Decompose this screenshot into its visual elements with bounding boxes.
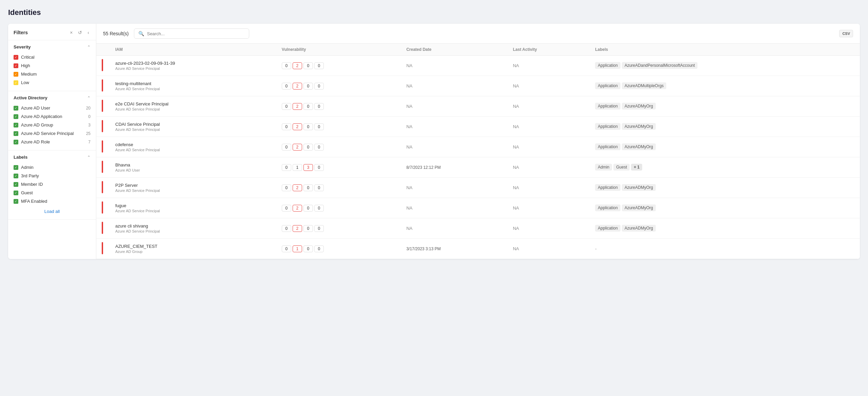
label-tag[interactable]: + 1 <box>631 164 642 171</box>
vuln-badge[interactable]: 0 <box>303 62 313 69</box>
vuln-badge[interactable]: 0 <box>282 83 291 90</box>
table-row[interactable]: azure-cli-2023-02-09-09-31-39 Azure AD S… <box>96 56 860 76</box>
search-input[interactable] <box>147 31 245 36</box>
label-tag[interactable]: Application <box>595 62 620 69</box>
ad-application-filter-item[interactable]: Azure AD Application 0 <box>14 112 91 121</box>
label-memberid-filter-item[interactable]: Member ID <box>14 180 91 189</box>
vuln-badge[interactable]: 0 <box>314 164 324 171</box>
ad-role-checkbox[interactable] <box>14 140 18 144</box>
vuln-badge[interactable]: 2 <box>293 205 302 212</box>
vuln-badge[interactable]: 0 <box>282 205 291 212</box>
label-guest-filter-item[interactable]: Guest <box>14 189 91 197</box>
vuln-badge[interactable]: 3 <box>303 164 313 171</box>
label-tag[interactable]: Application <box>595 82 620 89</box>
label-tag[interactable]: Guest <box>613 164 630 171</box>
active-directory-section-header[interactable]: Active Directory ⌃ <box>14 95 91 100</box>
vuln-badge[interactable]: 0 <box>282 144 291 151</box>
table-row[interactable]: fugue Azure AD Service Principal 0200NAN… <box>96 198 860 218</box>
vuln-badge[interactable]: 0 <box>314 103 324 110</box>
label-tag[interactable]: AzureADMyOrg <box>622 184 656 191</box>
vuln-badge[interactable]: 0 <box>282 184 291 191</box>
label-tag[interactable]: Admin <box>595 164 612 171</box>
ad-group-filter-item[interactable]: Azure AD Group 3 <box>14 121 91 129</box>
label-3rdparty-checkbox[interactable] <box>14 174 18 178</box>
vuln-badge[interactable]: 0 <box>314 205 324 212</box>
vuln-badge[interactable]: 1 <box>293 164 302 171</box>
ad-service-principal-filter-item[interactable]: Azure AD Service Principal 25 <box>14 129 91 138</box>
vuln-badge[interactable]: 0 <box>303 184 313 191</box>
table-row[interactable]: e2e CDAI Service Principal Azure AD Serv… <box>96 96 860 117</box>
high-checkbox[interactable] <box>14 63 18 68</box>
vuln-badge[interactable]: 0 <box>282 245 291 252</box>
low-checkbox[interactable] <box>14 80 18 85</box>
vuln-badge[interactable]: 0 <box>282 123 291 130</box>
label-tag[interactable]: Application <box>595 123 620 130</box>
table-row[interactable]: azure cli shivang Azure AD Service Princ… <box>96 218 860 239</box>
label-3rdparty-filter-item[interactable]: 3rd Party <box>14 172 91 180</box>
vuln-badge[interactable]: 0 <box>314 245 324 252</box>
vuln-badge[interactable]: 2 <box>293 62 302 69</box>
severity-filter-item-low[interactable]: Low <box>14 78 91 87</box>
vuln-badge[interactable]: 1 <box>293 245 302 252</box>
vuln-badge[interactable]: 0 <box>314 184 324 191</box>
label-admin-filter-item[interactable]: Admin <box>14 163 91 172</box>
vuln-badge[interactable]: 2 <box>293 144 302 151</box>
table-row[interactable]: testing-multitenant Azure AD Service Pri… <box>96 76 860 96</box>
vuln-badge[interactable]: 2 <box>293 225 302 232</box>
label-memberid-checkbox[interactable] <box>14 182 18 187</box>
ad-user-filter-item[interactable]: Azure AD User 20 <box>14 104 91 112</box>
refresh-filters-button[interactable]: ↺ <box>77 29 83 36</box>
labels-section-header[interactable]: Labels ⌃ <box>14 155 91 160</box>
label-tag[interactable]: Application <box>595 225 620 232</box>
severity-section-header[interactable]: Severity ⌃ <box>14 44 91 50</box>
label-tag[interactable]: Application <box>595 204 620 211</box>
vuln-badge[interactable]: 0 <box>314 83 324 90</box>
vuln-badge[interactable]: 0 <box>314 144 324 151</box>
vuln-badge[interactable]: 0 <box>314 225 324 232</box>
table-row[interactable]: CDAI Service Principal Azure AD Service … <box>96 117 860 137</box>
table-row[interactable]: AZURE_CIEM_TEST Azure AD Group 01003/17/… <box>96 239 860 259</box>
vuln-badge[interactable]: 2 <box>293 103 302 110</box>
vuln-badge[interactable]: 0 <box>282 62 291 69</box>
load-all-button[interactable]: Load all <box>14 205 91 215</box>
vuln-badge[interactable]: 0 <box>314 62 324 69</box>
label-tag[interactable]: Application <box>595 184 620 191</box>
vuln-badge[interactable]: 0 <box>282 164 291 171</box>
label-tag[interactable]: AzureADandPersonalMicrosoftAccount <box>622 62 697 69</box>
table-row[interactable]: P2P Server Azure AD Service Principal 02… <box>96 178 860 198</box>
label-tag[interactable]: AzureADMyOrg <box>622 143 656 150</box>
vuln-badge[interactable]: 0 <box>303 123 313 130</box>
ad-application-checkbox[interactable] <box>14 114 18 119</box>
collapse-sidebar-button[interactable]: ‹ <box>86 29 91 36</box>
vuln-badge[interactable]: 0 <box>303 245 313 252</box>
vuln-badge[interactable]: 2 <box>293 184 302 191</box>
vuln-badge[interactable]: 0 <box>303 144 313 151</box>
severity-filter-item-medium[interactable]: Medium <box>14 70 91 78</box>
label-tag[interactable]: AzureADMyOrg <box>622 103 656 110</box>
label-mfa-checkbox[interactable] <box>14 199 18 204</box>
critical-checkbox[interactable] <box>14 55 18 60</box>
clear-filters-button[interactable]: × <box>68 29 74 36</box>
ad-role-filter-item[interactable]: Azure AD Role 7 <box>14 138 91 146</box>
vuln-badge[interactable]: 0 <box>303 225 313 232</box>
vuln-badge[interactable]: 0 <box>282 225 291 232</box>
label-tag[interactable]: AzureADMyOrg <box>622 123 656 130</box>
severity-filter-item-high[interactable]: High <box>14 61 91 70</box>
export-csv-button[interactable]: CSV <box>839 30 853 37</box>
label-tag[interactable]: AzureADMyOrg <box>622 225 656 232</box>
vuln-badge[interactable]: 0 <box>303 103 313 110</box>
label-tag[interactable]: Application <box>595 143 620 150</box>
medium-checkbox[interactable] <box>14 72 18 77</box>
vuln-badge[interactable]: 2 <box>293 83 302 90</box>
ad-user-checkbox[interactable] <box>14 106 18 111</box>
table-row[interactable]: Bhavna Azure AD User 01308/7/2023 12:12 … <box>96 157 860 178</box>
vuln-badge[interactable]: 0 <box>282 103 291 110</box>
vuln-badge[interactable]: 2 <box>293 123 302 130</box>
label-guest-checkbox[interactable] <box>14 191 18 195</box>
table-row[interactable]: cdefense Azure AD Service Principal 0200… <box>96 137 860 157</box>
vuln-badge[interactable]: 0 <box>303 83 313 90</box>
vuln-badge[interactable]: 0 <box>303 205 313 212</box>
severity-filter-item-critical[interactable]: Critical <box>14 53 91 61</box>
label-admin-checkbox[interactable] <box>14 165 18 170</box>
ad-group-checkbox[interactable] <box>14 123 18 127</box>
